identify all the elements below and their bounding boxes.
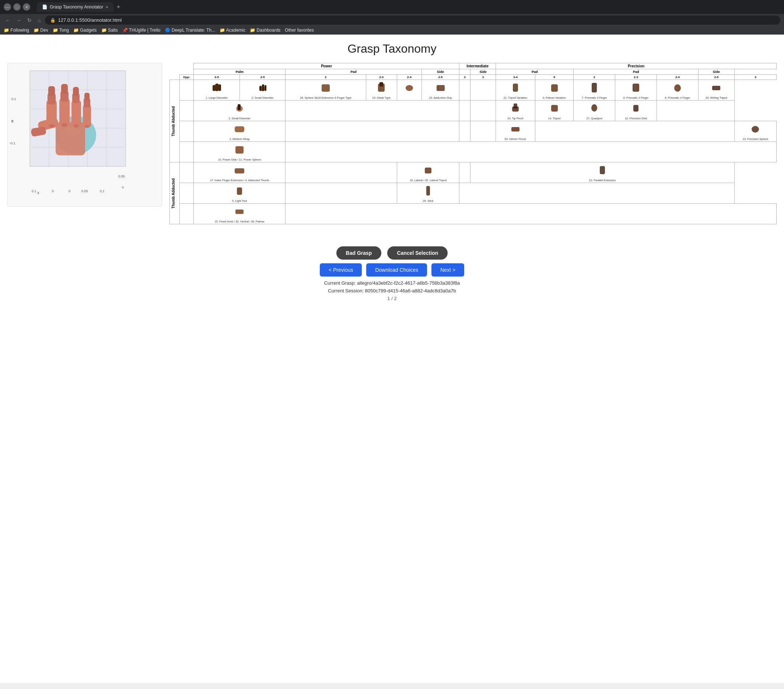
url-box[interactable]: 🔒 127.0.0.1:5500/annotator.html	[45, 15, 780, 25]
svg-point-55	[406, 85, 413, 91]
bookmark-thuglife[interactable]: 📌 THUglife | Trello	[122, 28, 161, 33]
nav-row: < Previous Download Choices Next >	[7, 263, 777, 276]
bookmark-academic[interactable]: 📁 Academic	[219, 28, 245, 33]
svg-point-61	[674, 84, 681, 92]
svg-rect-70	[235, 126, 244, 132]
svg-rect-52	[322, 84, 330, 92]
svg-rect-78	[426, 186, 430, 196]
svg-text:0: 0	[122, 186, 124, 189]
page-title: Grasp Taxonomy	[7, 42, 777, 56]
url-text: 127.0.0.1:5500/annotator.html	[58, 17, 122, 23]
x-axis-label: x	[37, 191, 40, 195]
svg-text:0: 0	[69, 189, 70, 193]
svg-text:0.1: 0.1	[12, 97, 16, 101]
svg-text:0.1: 0.1	[32, 189, 36, 193]
current-grasp-info: Current Grasp: allegro/4a3ebf2c-f2c2-461…	[7, 280, 777, 286]
svg-rect-69	[633, 105, 639, 112]
current-session-value: 8050c799-d415-46a6-a882-4adc8d3a0a7b	[365, 288, 456, 293]
main-layout: z 0.1 0 -0.1 x 0.1 0 0 0.05 0.1 0.05 0	[7, 63, 777, 224]
next-button[interactable]: Next >	[432, 263, 464, 276]
current-session-info: Current Session: 8050c799-d415-46a6-a882…	[7, 288, 777, 293]
back-button[interactable]: ←	[4, 16, 12, 24]
page-count: 1 / 2	[7, 296, 777, 301]
svg-point-72	[751, 126, 759, 133]
taxonomy-table: Power Intermediate Precision Palm Pad Si…	[170, 63, 777, 224]
tab-favicon: 📄	[42, 5, 48, 10]
taxonomy-panel: Power Intermediate Precision Palm Pad Si…	[170, 63, 777, 224]
browser-titlebar: — □ ✕ 📄 Grasp Taxonomy Annotator ✕ +	[0, 0, 784, 14]
cancel-selection-button[interactable]: Cancel Selection	[387, 247, 448, 260]
grasp-small-diameter: 2. Small Diameter	[240, 80, 285, 100]
power-header: Power	[194, 63, 460, 69]
svg-rect-76	[600, 166, 605, 174]
forward-button[interactable]: →	[15, 16, 23, 24]
bookmark-other[interactable]: Other favorites	[285, 28, 314, 33]
viewer-canvas: z 0.1 0 -0.1 x 0.1 0 0 0.05 0.1 0.05 0	[7, 63, 162, 207]
hand-3d-svg: z 0.1 0 -0.1 x 0.1 0 0 0.05 0.1 0.05 0	[8, 63, 155, 203]
home-button[interactable]: ⌂	[36, 16, 42, 24]
tab-close-btn[interactable]: ✕	[105, 5, 108, 9]
new-tab-button[interactable]: +	[115, 3, 122, 11]
svg-rect-24	[73, 87, 79, 96]
svg-rect-25	[83, 105, 91, 127]
svg-point-31	[61, 123, 68, 127]
svg-text:0.05: 0.05	[118, 174, 125, 178]
bookmarks-bar: 📁 Following 📁 Dev 📁 Tong 📁 Gadgets 📁 Sal…	[0, 26, 784, 35]
svg-text:0: 0	[12, 119, 13, 123]
svg-text:0.05: 0.05	[81, 189, 88, 193]
intermediate-header: Intermediate	[460, 63, 496, 69]
svg-rect-57	[513, 84, 518, 92]
bookmark-following[interactable]: 📁 Following	[4, 28, 29, 33]
svg-rect-59	[592, 83, 597, 92]
svg-rect-64	[238, 104, 240, 110]
reload-button[interactable]: ↻	[26, 16, 33, 24]
svg-point-30	[49, 124, 54, 128]
bad-grasp-button[interactable]: Bad Grasp	[336, 247, 382, 260]
svg-rect-79	[236, 209, 244, 214]
svg-text:0: 0	[52, 189, 54, 193]
current-grasp-label: Current Grasp:	[324, 280, 356, 286]
thumb-adducted-label: Thumb Adducted	[170, 163, 180, 224]
svg-rect-46	[216, 84, 219, 91]
thumb-abducted-label: Thumb Abducted	[170, 80, 180, 163]
svg-rect-58	[551, 84, 558, 92]
window-close[interactable]: ✕	[23, 3, 30, 11]
bookmark-dashboards[interactable]: 📁 Dashboards	[250, 28, 280, 33]
bookmark-tong[interactable]: 📁 Tong	[53, 28, 69, 33]
svg-point-68	[591, 104, 597, 112]
precision-header: Precision	[496, 63, 777, 69]
tags-section	[7, 232, 777, 240]
current-session-label: Current Session:	[328, 288, 364, 293]
svg-rect-60	[632, 84, 639, 92]
svg-rect-45	[212, 85, 216, 91]
svg-rect-75	[425, 168, 432, 173]
action-row: Bad Grasp Cancel Selection	[7, 247, 777, 260]
download-button[interactable]: Download Choices	[366, 263, 427, 276]
bookmark-dev[interactable]: 📁 Dev	[33, 28, 48, 33]
window-minimize[interactable]: —	[4, 3, 11, 11]
svg-rect-54	[379, 82, 383, 87]
bookmark-salts[interactable]: 📁 Salts	[101, 28, 118, 33]
window-controls: — □ ✕	[4, 3, 30, 11]
security-icon: 🔒	[50, 18, 56, 23]
svg-rect-62	[712, 86, 720, 90]
bookmark-deepl[interactable]: 🔵 DeepL Translate: Th...	[165, 28, 215, 33]
svg-rect-27	[84, 93, 89, 100]
svg-text:0.1: 0.1	[100, 189, 105, 193]
window-maximize[interactable]: □	[13, 3, 21, 11]
svg-rect-47	[219, 84, 221, 91]
address-bar: ← → ↻ ⌂ 🔒 127.0.0.1:5500/annotator.html	[0, 14, 784, 26]
browser-chrome: — □ ✕ 📄 Grasp Taxonomy Annotator ✕ + ← →…	[0, 0, 784, 35]
current-grasp-value: allegro/4a3ebf2c-f2c2-4617-a6b5-756b3a38…	[357, 280, 460, 286]
active-tab[interactable]: 📄 Grasp Taxonomy Annotator ✕	[37, 2, 114, 12]
svg-rect-51	[265, 85, 266, 91]
svg-text:-0.1: -0.1	[10, 141, 15, 145]
svg-point-33	[85, 125, 89, 128]
bookmark-gadgets[interactable]: 📁 Gadgets	[73, 28, 97, 33]
tab-title: Grasp Taxonomy Annotator	[50, 5, 103, 10]
previous-button[interactable]: < Previous	[320, 263, 362, 276]
svg-rect-66	[514, 104, 517, 109]
svg-rect-22	[71, 100, 81, 127]
svg-rect-49	[259, 86, 262, 91]
svg-rect-73	[236, 146, 244, 154]
